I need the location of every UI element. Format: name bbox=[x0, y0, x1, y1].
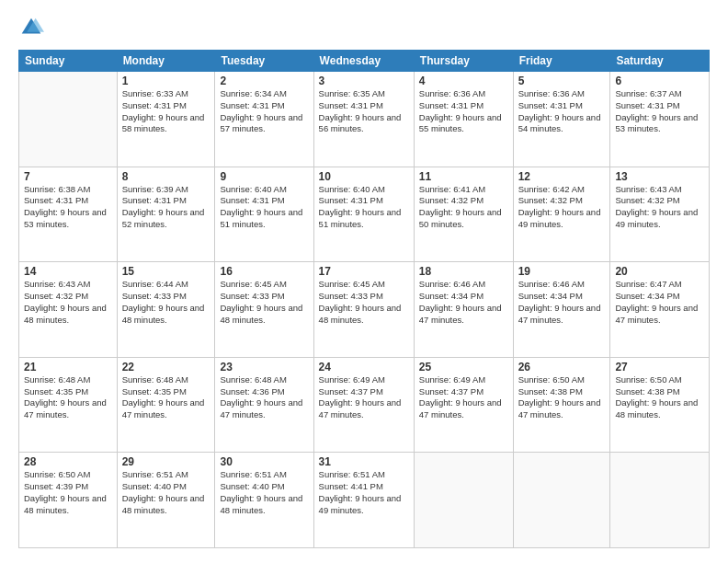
day-number: 7 bbox=[24, 170, 112, 183]
day-info: Sunrise: 6:51 AM Sunset: 4:40 PM Dayligh… bbox=[220, 469, 308, 516]
calendar-cell: 29Sunrise: 6:51 AM Sunset: 4:40 PM Dayli… bbox=[117, 453, 215, 548]
day-info: Sunrise: 6:40 AM Sunset: 4:31 PM Dayligh… bbox=[319, 184, 409, 231]
day-number: 28 bbox=[24, 455, 112, 468]
day-number: 19 bbox=[518, 265, 606, 278]
calendar-cell: 14Sunrise: 6:43 AM Sunset: 4:32 PM Dayli… bbox=[19, 262, 118, 358]
day-info: Sunrise: 6:50 AM Sunset: 4:39 PM Dayligh… bbox=[24, 469, 112, 516]
day-number: 23 bbox=[220, 361, 308, 373]
calendar-cell: 27Sunrise: 6:50 AM Sunset: 4:38 PM Dayli… bbox=[610, 357, 710, 453]
day-number: 15 bbox=[122, 265, 210, 278]
day-info: Sunrise: 6:38 AM Sunset: 4:31 PM Dayligh… bbox=[24, 184, 112, 231]
calendar-week-row: 21Sunrise: 6:48 AM Sunset: 4:35 PM Dayli… bbox=[19, 357, 710, 453]
day-info: Sunrise: 6:46 AM Sunset: 4:34 PM Dayligh… bbox=[419, 279, 508, 326]
calendar-cell: 1Sunrise: 6:33 AM Sunset: 4:31 PM Daylig… bbox=[117, 72, 215, 167]
day-info: Sunrise: 6:51 AM Sunset: 4:40 PM Dayligh… bbox=[122, 469, 210, 516]
day-number: 9 bbox=[220, 170, 308, 183]
day-info: Sunrise: 6:43 AM Sunset: 4:32 PM Dayligh… bbox=[615, 184, 704, 231]
day-info: Sunrise: 6:41 AM Sunset: 4:32 PM Dayligh… bbox=[419, 184, 508, 231]
calendar-table: SundayMondayTuesdayWednesdayThursdayFrid… bbox=[18, 50, 710, 548]
calendar-header-row: SundayMondayTuesdayWednesdayThursdayFrid… bbox=[19, 51, 710, 72]
day-info: Sunrise: 6:40 AM Sunset: 4:31 PM Dayligh… bbox=[220, 184, 308, 231]
day-number: 25 bbox=[419, 361, 508, 373]
day-number: 8 bbox=[122, 170, 210, 183]
day-number: 11 bbox=[419, 170, 508, 183]
day-info: Sunrise: 6:42 AM Sunset: 4:32 PM Dayligh… bbox=[518, 184, 606, 231]
day-number: 24 bbox=[319, 361, 409, 373]
day-info: Sunrise: 6:45 AM Sunset: 4:33 PM Dayligh… bbox=[319, 279, 409, 326]
calendar-cell: 25Sunrise: 6:49 AM Sunset: 4:37 PM Dayli… bbox=[414, 357, 513, 453]
calendar-week-row: 28Sunrise: 6:50 AM Sunset: 4:39 PM Dayli… bbox=[19, 453, 710, 548]
header bbox=[18, 15, 710, 40]
calendar-day-header: Saturday bbox=[610, 51, 710, 72]
day-number: 22 bbox=[122, 361, 210, 373]
calendar-cell: 19Sunrise: 6:46 AM Sunset: 4:34 PM Dayli… bbox=[513, 262, 610, 358]
day-number: 1 bbox=[122, 75, 210, 87]
day-info: Sunrise: 6:49 AM Sunset: 4:37 PM Dayligh… bbox=[419, 374, 508, 421]
calendar-cell bbox=[414, 453, 513, 548]
day-number: 26 bbox=[518, 361, 606, 373]
day-number: 18 bbox=[419, 265, 508, 278]
day-info: Sunrise: 6:47 AM Sunset: 4:34 PM Dayligh… bbox=[615, 279, 704, 326]
calendar-cell: 22Sunrise: 6:48 AM Sunset: 4:35 PM Dayli… bbox=[117, 357, 215, 453]
calendar-cell: 2Sunrise: 6:34 AM Sunset: 4:31 PM Daylig… bbox=[215, 72, 313, 167]
day-number: 29 bbox=[122, 455, 210, 468]
day-number: 17 bbox=[319, 265, 409, 278]
day-info: Sunrise: 6:44 AM Sunset: 4:33 PM Dayligh… bbox=[122, 279, 210, 326]
day-number: 3 bbox=[319, 75, 409, 87]
logo bbox=[18, 15, 48, 40]
day-info: Sunrise: 6:36 AM Sunset: 4:31 PM Dayligh… bbox=[518, 88, 606, 135]
calendar-day-header: Monday bbox=[117, 51, 215, 72]
day-info: Sunrise: 6:34 AM Sunset: 4:31 PM Dayligh… bbox=[220, 88, 308, 135]
day-number: 27 bbox=[615, 361, 704, 373]
calendar-cell: 4Sunrise: 6:36 AM Sunset: 4:31 PM Daylig… bbox=[414, 72, 513, 167]
day-info: Sunrise: 6:51 AM Sunset: 4:41 PM Dayligh… bbox=[319, 469, 409, 516]
day-number: 13 bbox=[615, 170, 704, 183]
day-number: 4 bbox=[419, 75, 508, 87]
logo-icon bbox=[18, 15, 44, 40]
day-number: 14 bbox=[24, 265, 112, 278]
calendar-cell: 31Sunrise: 6:51 AM Sunset: 4:41 PM Dayli… bbox=[313, 453, 414, 548]
calendar-cell: 16Sunrise: 6:45 AM Sunset: 4:33 PM Dayli… bbox=[215, 262, 313, 358]
day-number: 16 bbox=[220, 265, 308, 278]
calendar-cell: 10Sunrise: 6:40 AM Sunset: 4:31 PM Dayli… bbox=[313, 167, 414, 262]
calendar-cell: 30Sunrise: 6:51 AM Sunset: 4:40 PM Dayli… bbox=[215, 453, 313, 548]
calendar-day-header: Friday bbox=[513, 51, 610, 72]
day-number: 2 bbox=[220, 75, 308, 87]
day-info: Sunrise: 6:48 AM Sunset: 4:35 PM Dayligh… bbox=[122, 374, 210, 421]
day-info: Sunrise: 6:50 AM Sunset: 4:38 PM Dayligh… bbox=[518, 374, 606, 421]
calendar-cell: 21Sunrise: 6:48 AM Sunset: 4:35 PM Dayli… bbox=[19, 357, 118, 453]
day-number: 30 bbox=[220, 455, 308, 468]
page: SundayMondayTuesdayWednesdayThursdayFrid… bbox=[0, 0, 728, 563]
day-info: Sunrise: 6:36 AM Sunset: 4:31 PM Dayligh… bbox=[419, 88, 508, 135]
day-number: 10 bbox=[319, 170, 409, 183]
calendar-cell: 6Sunrise: 6:37 AM Sunset: 4:31 PM Daylig… bbox=[610, 72, 710, 167]
calendar-cell: 23Sunrise: 6:48 AM Sunset: 4:36 PM Dayli… bbox=[215, 357, 313, 453]
calendar-week-row: 7Sunrise: 6:38 AM Sunset: 4:31 PM Daylig… bbox=[19, 167, 710, 262]
calendar-cell: 13Sunrise: 6:43 AM Sunset: 4:32 PM Dayli… bbox=[610, 167, 710, 262]
calendar-cell: 18Sunrise: 6:46 AM Sunset: 4:34 PM Dayli… bbox=[414, 262, 513, 358]
day-info: Sunrise: 6:48 AM Sunset: 4:36 PM Dayligh… bbox=[220, 374, 308, 421]
day-number: 21 bbox=[24, 361, 112, 373]
calendar-cell: 11Sunrise: 6:41 AM Sunset: 4:32 PM Dayli… bbox=[414, 167, 513, 262]
day-number: 31 bbox=[319, 455, 409, 468]
day-info: Sunrise: 6:39 AM Sunset: 4:31 PM Dayligh… bbox=[122, 184, 210, 231]
calendar-day-header: Thursday bbox=[414, 51, 513, 72]
calendar-cell: 7Sunrise: 6:38 AM Sunset: 4:31 PM Daylig… bbox=[19, 167, 118, 262]
calendar-cell bbox=[19, 72, 118, 167]
calendar-week-row: 1Sunrise: 6:33 AM Sunset: 4:31 PM Daylig… bbox=[19, 72, 710, 167]
calendar-cell: 8Sunrise: 6:39 AM Sunset: 4:31 PM Daylig… bbox=[117, 167, 215, 262]
calendar-cell: 20Sunrise: 6:47 AM Sunset: 4:34 PM Dayli… bbox=[610, 262, 710, 358]
day-info: Sunrise: 6:46 AM Sunset: 4:34 PM Dayligh… bbox=[518, 279, 606, 326]
day-info: Sunrise: 6:43 AM Sunset: 4:32 PM Dayligh… bbox=[24, 279, 112, 326]
day-number: 12 bbox=[518, 170, 606, 183]
day-number: 20 bbox=[615, 265, 704, 278]
calendar-cell bbox=[610, 453, 710, 548]
calendar-cell: 9Sunrise: 6:40 AM Sunset: 4:31 PM Daylig… bbox=[215, 167, 313, 262]
day-number: 5 bbox=[518, 75, 606, 87]
calendar-cell: 15Sunrise: 6:44 AM Sunset: 4:33 PM Dayli… bbox=[117, 262, 215, 358]
day-info: Sunrise: 6:49 AM Sunset: 4:37 PM Dayligh… bbox=[319, 374, 409, 421]
calendar-day-header: Wednesday bbox=[313, 51, 414, 72]
calendar-cell: 26Sunrise: 6:50 AM Sunset: 4:38 PM Dayli… bbox=[513, 357, 610, 453]
calendar-cell: 17Sunrise: 6:45 AM Sunset: 4:33 PM Dayli… bbox=[313, 262, 414, 358]
day-info: Sunrise: 6:33 AM Sunset: 4:31 PM Dayligh… bbox=[122, 88, 210, 135]
